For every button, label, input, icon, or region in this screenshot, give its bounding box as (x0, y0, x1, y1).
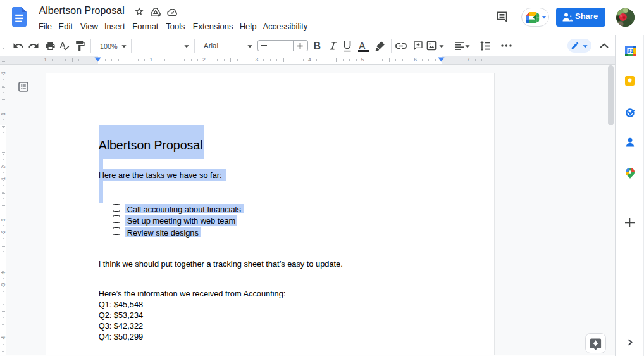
svg-text:31: 31 (628, 48, 634, 54)
